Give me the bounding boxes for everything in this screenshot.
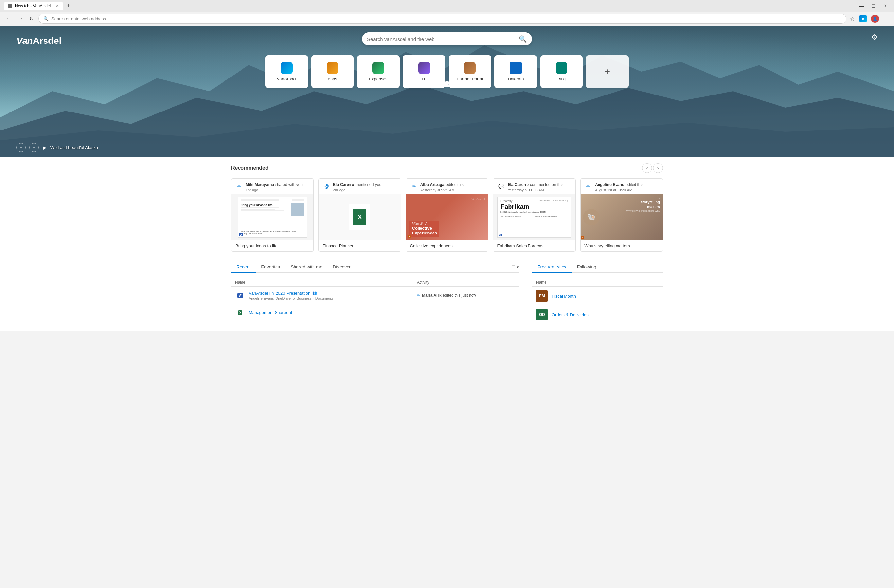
activity-edit-icon: ✏ [417, 293, 420, 298]
favorites-button[interactable]: ☆ [849, 14, 856, 23]
rec-card-thumb: VanArsdel Mike We Are CollectiveExperien… [406, 194, 488, 240]
recommended-prev-button[interactable]: ‹ [642, 163, 652, 173]
site-name-fiscal: Fiscal Month [552, 294, 576, 299]
partner-icon [464, 62, 476, 74]
rec-time: 2hr ago [333, 188, 345, 192]
expenses-icon [372, 62, 384, 74]
rec-time: Yesterday at 11:03 AM [507, 188, 544, 192]
files-tabs: Recent Favorites Shared with me Discover… [231, 262, 519, 273]
files-section: Recent Favorites Shared with me Discover… [231, 262, 519, 324]
rec-card-title: Why storytelling matters [580, 240, 663, 252]
hero-play-button[interactable]: ▶ [42, 145, 47, 151]
rec-time: 1hr ago [246, 188, 258, 192]
rec-card-title: Bring your ideas to life [231, 240, 314, 252]
rec-card-header: ✏ Miki Maruyama shared with you 1hr ago [231, 179, 314, 194]
hero-search-input[interactable] [367, 36, 515, 42]
rec-card-storytelling[interactable]: ✏ Angeline Evans edited this August 1st … [580, 178, 663, 252]
quick-links-container: VanArsdel Apps Expenses IT [266, 55, 628, 88]
hero-prev-button[interactable]: ← [17, 143, 26, 152]
shared-icon: 👥 [312, 291, 317, 295]
file-row[interactable]: X Management Shareout [231, 304, 519, 321]
browser-chrome: New tab - VanArsdel ✕ + — ☐ ✕ ← → ↻ 🔍 ☆ … [0, 0, 894, 26]
recommended-nav: ‹ › [642, 163, 663, 173]
rec-card-collective[interactable]: ✏ Alba Arteaga edited this Yesterday at … [406, 178, 489, 252]
rec-user: Ela Carerro [507, 182, 529, 187]
rec-action: edited this [625, 182, 643, 187]
files-table-header: Name Activity [231, 278, 519, 287]
tab-following[interactable]: Following [572, 262, 601, 273]
rec-user: Angeline Evans [595, 182, 624, 187]
file-path: Angeline Evans' OneDrive for Business » … [249, 296, 417, 300]
site-avatar-fm: FM [536, 290, 548, 302]
edit-icon: ✏ [584, 182, 592, 190]
edge-icon: e [859, 15, 867, 22]
word-icon: W [237, 293, 243, 298]
back-button[interactable]: ← [4, 14, 13, 23]
minimize-button[interactable]: — [856, 2, 866, 10]
rec-card-finance[interactable]: @ Ela Carerro mentioned you 2hr ago X Fi… [319, 178, 401, 252]
tab-close-button[interactable]: ✕ [56, 4, 59, 8]
col-name-header: Name [235, 280, 417, 285]
tab-favorites[interactable]: Favorites [256, 262, 285, 273]
rec-card-thumb: X [319, 194, 401, 240]
tab-bar: New tab - VanArsdel ✕ + [4, 2, 856, 10]
close-button[interactable]: ✕ [881, 2, 890, 10]
activity-text: Maria Allik edited this just now [422, 293, 476, 298]
rec-card-header: ✏ Alba Arteaga edited this Yesterday at … [406, 179, 488, 194]
site-row-orders[interactable]: OD Orders & Deliveries [532, 305, 663, 324]
rec-action: edited this [446, 182, 464, 187]
hero-settings-button[interactable]: ⚙ [871, 33, 877, 42]
file-row[interactable]: W VanArsdel FY 2020 Presentation 👥 Angel… [231, 287, 519, 304]
edit-icon: ✏ [410, 182, 418, 190]
settings-ellipsis-button[interactable]: ⋯ [882, 14, 890, 23]
rec-card-bring-ideas[interactable]: ✏ Miki Maruyama shared with you 1hr ago [231, 178, 314, 252]
title-bar: New tab - VanArsdel ✕ + — ☐ ✕ [0, 0, 894, 12]
hero-search-bar[interactable]: 🔍 [362, 32, 532, 45]
rec-action: commented on this [530, 182, 563, 187]
refresh-button[interactable]: ↻ [27, 14, 36, 23]
site-row-fiscal[interactable]: FM Fiscal Month [532, 287, 663, 305]
bing-icon: ᗯ [556, 62, 568, 74]
rec-card-meta: Ela Carerro commented on this Yesterday … [507, 182, 571, 192]
tab-frequent-sites[interactable]: Frequent sites [532, 262, 572, 273]
recommended-next-button[interactable]: › [653, 163, 663, 173]
mountain-svg [0, 26, 894, 157]
rec-card-fabrikam[interactable]: 💬 Ela Carerro commented on this Yesterda… [493, 178, 575, 252]
rec-action: shared with you [275, 182, 303, 187]
edge-profile-button[interactable]: e [858, 14, 868, 24]
forward-button[interactable]: → [16, 14, 25, 23]
comment-icon: 💬 [497, 182, 505, 190]
file-info: Management Shareout [249, 310, 417, 315]
edit-icon: ✏ [235, 182, 243, 190]
recommended-grid: ✏ Miki Maruyama shared with you 1hr ago [231, 178, 663, 252]
rec-time: Yesterday at 9:35 AM [420, 188, 455, 192]
tab-recent[interactable]: Recent [231, 262, 256, 273]
address-input[interactable] [51, 17, 841, 21]
site-name-orders: Orders & Deliveries [552, 312, 589, 317]
hero-next-button[interactable]: → [29, 143, 39, 152]
hero-caption: Wild and beautiful Alaska [50, 145, 98, 150]
rec-card-header: @ Ela Carerro mentioned you 2hr ago [319, 179, 401, 194]
rec-card-title: Fabrikam Sales Forecast [493, 240, 575, 252]
rec-time: August 1st at 10:20 AM [595, 188, 632, 192]
quick-link-bing[interactable]: ᗯ Bing [540, 55, 583, 88]
maximize-button[interactable]: ☐ [869, 2, 878, 10]
files-filter-button[interactable]: ☰ ▾ [512, 265, 519, 270]
navigation-bar: ← → ↻ 🔍 ☆ e 👤 ⋯ [0, 12, 894, 26]
rec-card-thumb: Bring your ideas to life. All of our col… [231, 194, 314, 240]
file-name: VanArsdel FY 2020 Presentation 👥 [249, 291, 417, 296]
filter-icon: ☰ [512, 265, 515, 270]
main-content: Recommended ‹ › ✏ Miki Maruyama shared w… [218, 157, 676, 331]
file-name: Management Shareout [249, 310, 417, 315]
user-profile-button[interactable]: 👤 [870, 14, 880, 24]
active-tab[interactable]: New tab - VanArsdel ✕ [4, 2, 63, 10]
hero-search-button[interactable]: 🔍 [519, 35, 527, 43]
new-tab-button[interactable]: + [64, 3, 73, 9]
address-bar[interactable]: 🔍 [38, 14, 846, 24]
rec-card-header: ✏ Angeline Evans edited this August 1st … [580, 179, 663, 194]
tab-discover[interactable]: Discover [328, 262, 356, 273]
tab-shared[interactable]: Shared with me [285, 262, 328, 273]
filter-chevron-icon: ▾ [517, 265, 519, 270]
rec-user: Ela Carerro [333, 182, 354, 187]
file-info: VanArsdel FY 2020 Presentation 👥 Angelin… [249, 291, 417, 300]
